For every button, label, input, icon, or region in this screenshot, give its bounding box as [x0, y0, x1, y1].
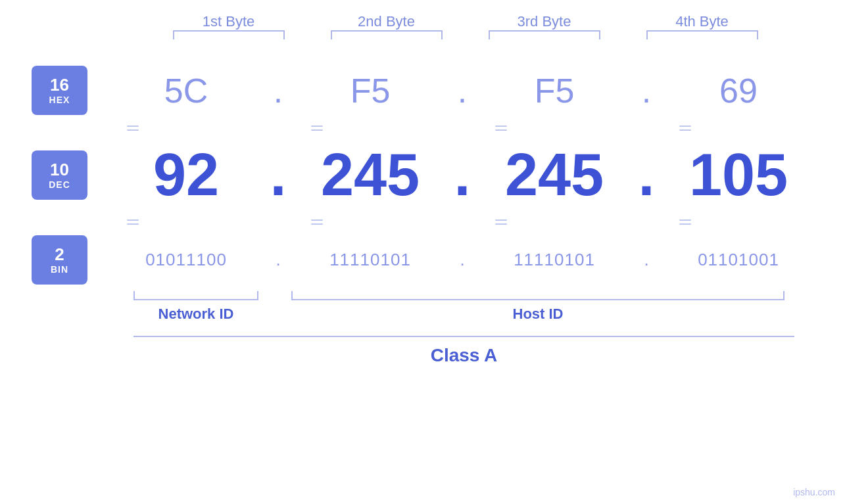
equals-row-2 [54, 209, 846, 235]
hex-dot-2: . [449, 71, 475, 110]
top-brackets-row [43, 30, 845, 39]
hex-dot-3: . [633, 71, 660, 110]
hex-row: 16 HEX 5C . F5 . F5 . 69 [0, 66, 845, 115]
bin-dot-1: . [265, 250, 291, 270]
eq-cell-7 [422, 219, 580, 225]
hex-value-3: F5 [475, 71, 633, 110]
dec-values: 92 . 245 . 245 . 105 [107, 141, 845, 209]
host-id-label: Host ID [291, 306, 785, 323]
top-bracket-2 [331, 30, 443, 39]
hex-base-number: 16 [50, 76, 69, 95]
byte-header-1: 1st Byte [150, 13, 308, 30]
byte-header-2: 2nd Byte [308, 13, 466, 30]
network-id-bracket [133, 291, 258, 300]
dec-value-4: 105 [660, 141, 817, 209]
dec-base-label: DEC [49, 179, 70, 190]
byte-header-3: 3rd Byte [466, 13, 623, 30]
watermark: ipshu.com [793, 487, 835, 497]
top-bracket-3 [489, 30, 600, 39]
dec-value-1: 92 [107, 141, 265, 209]
network-id-label: Network ID [133, 306, 258, 323]
bin-badge: 2 BIN [32, 235, 87, 285]
host-id-bracket [291, 291, 785, 300]
top-bracket-cell-2 [308, 30, 466, 39]
hex-value-1: 5C [107, 71, 265, 110]
eq-symbol-3 [495, 126, 507, 131]
main-container: 1st Byte 2nd Byte 3rd Byte 4th Byte 16 H… [0, 0, 845, 504]
hex-value-2: F5 [291, 71, 449, 110]
top-bracket-1 [173, 30, 285, 39]
eq-symbol-6 [311, 219, 323, 225]
dec-dot-3: . [633, 141, 660, 209]
eq-symbol-7 [495, 219, 507, 225]
eq-symbol-2 [311, 126, 323, 131]
dec-base-number: 10 [50, 160, 69, 179]
class-bracket-line [133, 336, 794, 337]
top-bracket-cell-1 [150, 30, 308, 39]
equals-row-1 [54, 115, 846, 141]
eq-cell-4 [606, 126, 764, 131]
bin-values: 01011100 . 11110101 . 11110101 . 0110100… [107, 250, 845, 270]
bottom-section: Network ID Host ID Class A [0, 287, 845, 366]
bin-row: 2 BIN 01011100 . 11110101 . 11110101 . 0… [0, 235, 845, 285]
top-bracket-cell-4 [623, 30, 781, 39]
eq-cell-2 [238, 126, 396, 131]
dec-row: 10 DEC 92 . 245 . 245 . 105 [0, 141, 845, 209]
bin-value-2: 11110101 [291, 250, 449, 270]
byte-headers-row: 1st Byte 2nd Byte 3rd Byte 4th Byte [43, 13, 845, 30]
hex-value-4: 69 [660, 71, 817, 110]
dec-value-3: 245 [475, 141, 633, 209]
eq-symbol-5 [127, 219, 139, 225]
bin-value-3: 11110101 [475, 250, 633, 270]
dec-value-2: 245 [291, 141, 449, 209]
dec-dot-1: . [265, 141, 291, 209]
bin-base-label: BIN [51, 264, 68, 275]
bin-dot-3: . [633, 250, 660, 270]
bin-value-1: 01011100 [107, 250, 265, 270]
eq-cell-3 [422, 126, 580, 131]
eq-cell-5 [54, 219, 212, 225]
eq-symbol-1 [127, 126, 139, 131]
hex-values: 5C . F5 . F5 . 69 [107, 71, 845, 110]
bin-base-number: 2 [55, 245, 64, 264]
byte-header-4: 4th Byte [623, 13, 781, 30]
eq-cell-6 [238, 219, 396, 225]
eq-cell-8 [606, 219, 764, 225]
class-label: Class A [133, 345, 794, 366]
dec-badge: 10 DEC [32, 150, 87, 200]
top-bracket-4 [646, 30, 758, 39]
hex-badge: 16 HEX [32, 66, 87, 115]
top-bracket-cell-3 [466, 30, 623, 39]
bin-dot-2: . [449, 250, 475, 270]
hex-base-label: HEX [49, 95, 70, 105]
dec-dot-2: . [449, 141, 475, 209]
bin-value-4: 01101001 [660, 250, 817, 270]
hex-dot-1: . [265, 71, 291, 110]
eq-symbol-8 [679, 219, 691, 225]
eq-cell-1 [54, 126, 212, 131]
eq-symbol-4 [679, 126, 691, 131]
